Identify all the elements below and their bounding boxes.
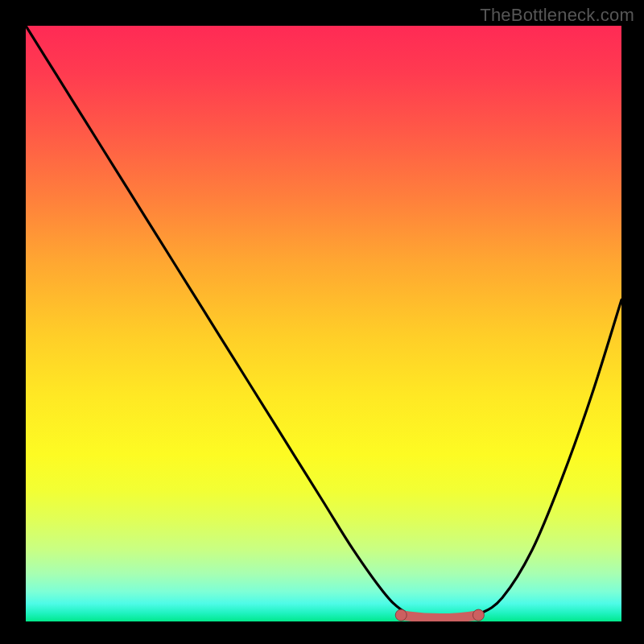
bottleneck-curve [26, 26, 621, 620]
optimal-range-start-dot [395, 609, 407, 621]
chart-container: TheBottleneck.com [0, 0, 644, 644]
optimal-range-end-dot [473, 609, 484, 621]
plot-area [26, 26, 621, 621]
curve-svg [26, 26, 621, 621]
watermark-text: TheBottleneck.com [480, 5, 634, 26]
optimal-range-marker [401, 615, 478, 618]
